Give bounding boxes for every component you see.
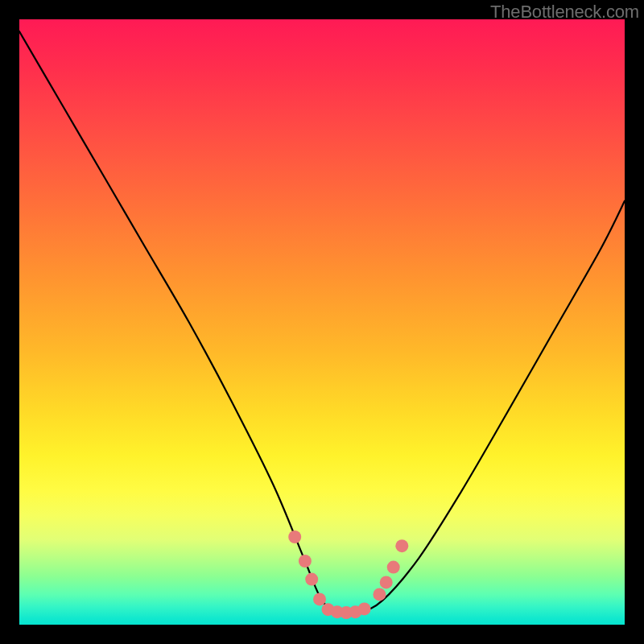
chart-frame: TheBottleneck.com (0, 0, 644, 644)
highlight-dot (305, 573, 318, 586)
watermark-text: TheBottleneck.com (490, 2, 639, 23)
highlight-dot (288, 530, 301, 543)
highlight-dot (395, 539, 408, 552)
highlight-dot (313, 592, 326, 605)
bottleneck-curve (19, 31, 625, 614)
highlight-dot (373, 588, 386, 601)
curve-layer (19, 19, 625, 625)
highlight-dot (358, 602, 371, 615)
highlight-dot (299, 555, 312, 568)
plot-area (19, 19, 625, 625)
highlight-dot (380, 576, 393, 588)
highlight-dot (387, 561, 400, 574)
highlight-dots-group (288, 530, 408, 619)
